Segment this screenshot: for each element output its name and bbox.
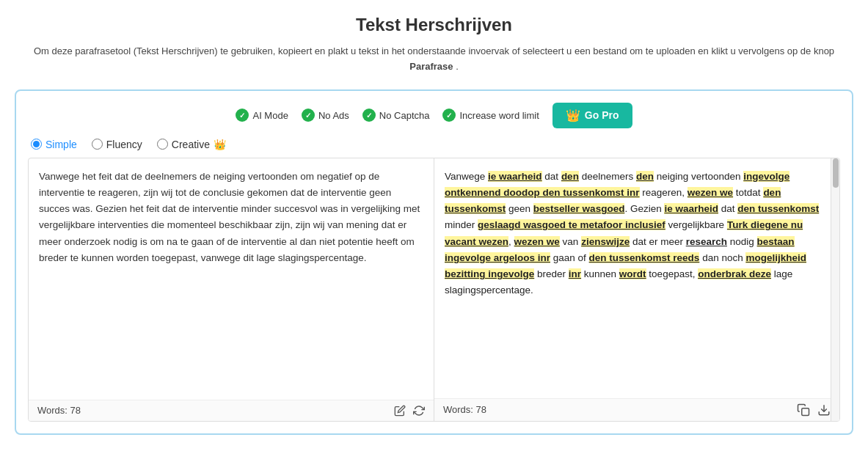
go-pro-button[interactable]: 👑 Go Pro	[552, 103, 632, 128]
toolbar-ai-mode: ✓ AI Mode	[236, 109, 288, 122]
copy-icon	[797, 403, 810, 417]
hl-inr: inr	[569, 268, 581, 279]
hl-wezen2: wezen we	[514, 236, 560, 247]
scrollbar-thumb	[833, 158, 839, 188]
check-icon-wordlimit: ✓	[442, 109, 456, 122]
input-text-area[interactable]: Vanwege het feit dat de deelnemers de ne…	[29, 158, 434, 400]
output-text-area[interactable]: Vanwege ie waarheid dat den deelnemers d…	[434, 158, 839, 398]
input-footer-icons	[394, 405, 425, 417]
download-button[interactable]	[817, 403, 831, 417]
hl-den2: den	[636, 171, 654, 182]
mode-fluency-radio[interactable]	[92, 139, 103, 150]
edit-button[interactable]	[394, 405, 406, 417]
hl-waarheid: ie waarheid	[488, 171, 542, 182]
hl-den-tsk3: den tussenkomst reeds	[589, 252, 700, 263]
download-icon	[817, 403, 831, 417]
pencil-icon	[394, 405, 406, 417]
hl-wordt: wordt	[619, 268, 646, 279]
mode-simple-label: Simple	[45, 139, 77, 150]
output-footer-icons	[797, 403, 831, 417]
svg-rect-0	[802, 408, 809, 415]
mode-creative-label: Creative	[172, 139, 210, 150]
mode-creative[interactable]: Creative 👑	[157, 139, 226, 150]
toolbar-word-limit: ✓ Increase word limit	[442, 109, 539, 122]
main-card: ✓ AI Mode ✓ No Ads ✓ No Captcha ✓ Increa…	[15, 89, 853, 435]
copy-button[interactable]	[797, 403, 810, 417]
hl-den-tsk2: den tussenkomst	[737, 203, 819, 214]
output-footer: Words: 78	[434, 398, 839, 421]
toolbar-no-ads: ✓ No Ads	[302, 109, 349, 122]
page-description: Om deze parafrasetool (Tekst Herschrijve…	[15, 44, 853, 75]
mode-creative-radio[interactable]	[157, 139, 168, 150]
crown-small-icon: 👑	[214, 139, 226, 150]
input-panel: Vanwege het feit dat de deelnemers de ne…	[29, 158, 434, 421]
refresh-icon	[413, 405, 425, 417]
input-word-count: Words: 78	[37, 405, 81, 416]
mode-fluency[interactable]: Fluency	[92, 139, 142, 150]
mode-simple-radio[interactable]	[31, 139, 42, 150]
check-icon-captcha: ✓	[362, 109, 376, 122]
check-icon-ai: ✓	[236, 109, 249, 122]
hl-bestseller: bestseller wasgoed	[533, 203, 625, 214]
toolbar-no-captcha: ✓ No Captcha	[362, 109, 430, 122]
mode-selector: Simple Fluency Creative 👑	[28, 139, 840, 150]
output-panel: Vanwege ie waarheid dat den deelnemers d…	[434, 158, 839, 421]
page-title: Tekst Herschrijven	[15, 15, 853, 35]
crown-icon: 👑	[566, 109, 580, 122]
go-pro-label: Go Pro	[585, 109, 619, 121]
hl-zienswijze: zienswijze	[581, 236, 630, 247]
toolbar-no-ads-label: No Ads	[318, 110, 349, 121]
toolbar-ai-mode-label: AI Mode	[252, 110, 288, 121]
input-text: Vanwege het feit dat de deelnemers de ne…	[39, 171, 420, 263]
hl-den1: den	[561, 171, 579, 182]
toolbar: ✓ AI Mode ✓ No Ads ✓ No Captcha ✓ Increa…	[28, 103, 840, 128]
mode-fluency-label: Fluency	[106, 139, 142, 150]
output-word-count: Words: 78	[443, 404, 486, 415]
hl-ie-waarheid2: ie waarheid	[664, 203, 718, 214]
scrollbar[interactable]	[831, 158, 839, 421]
toolbar-word-limit-label: Increase word limit	[459, 110, 539, 121]
input-footer: Words: 78	[29, 400, 434, 421]
check-icon-ads: ✓	[302, 109, 315, 122]
hl-wezen: wezen we	[688, 187, 733, 198]
refresh-button[interactable]	[413, 405, 425, 417]
hl-onderbrak: onderbrak deze	[698, 268, 771, 279]
editor-area: Vanwege het feit dat de deelnemers de ne…	[28, 158, 840, 422]
mode-simple[interactable]: Simple	[31, 139, 77, 150]
hl-geslaagd: geslaagd wasgoed te metafoor inclusief	[478, 219, 665, 230]
toolbar-no-captcha-label: No Captcha	[379, 110, 430, 121]
hl-research: research	[686, 236, 727, 247]
